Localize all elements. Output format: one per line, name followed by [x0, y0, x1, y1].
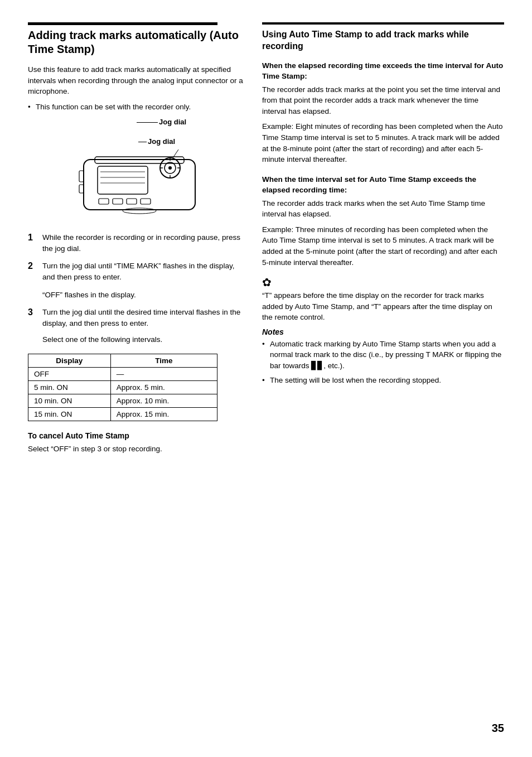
step-1-number: 1: [28, 232, 38, 244]
table-cell-1-1: Approx. 5 min.: [110, 381, 217, 394]
step-1: 1 While the recorder is recording or in …: [28, 232, 245, 254]
section-title-left: Adding track marks automatically (Auto T…: [28, 28, 245, 56]
svg-rect-0: [84, 160, 195, 210]
intervals-label: Select one of the following intervals.: [42, 335, 162, 344]
top-rule: [28, 22, 217, 25]
block2-body: The recorder adds track marks when the s…: [262, 198, 504, 220]
step-1-text: While the recorder is recording or in re…: [42, 232, 245, 254]
table-cell-0-0: OFF: [28, 368, 111, 381]
cancel-text: Select “OFF” in step 3 or stop recording…: [28, 443, 245, 455]
tip-text: “T” appears before the time display on t…: [262, 290, 504, 323]
svg-rect-15: [113, 199, 123, 204]
jog-dial-area: Jog dial Jog dial: [33, 118, 245, 221]
block1-example: Example: Eight minutes of recording has …: [262, 121, 504, 165]
svg-point-8: [168, 166, 172, 170]
svg-rect-19: [79, 171, 84, 182]
table-row: OFF—: [28, 368, 217, 381]
block1-heading: When the elapsed recording time exceeds …: [262, 60, 504, 82]
table-cell-3-0: 15 min. ON: [28, 408, 111, 421]
table-header-display: Display: [28, 354, 111, 368]
step-3: 3 Turn the jog dial until the desired ti…: [28, 307, 245, 347]
right-rule: [262, 22, 504, 25]
svg-rect-17: [141, 199, 151, 204]
note-item-0: Automatic track marking by Auto Time Sta…: [262, 339, 504, 372]
block1-body: The recorder adds track marks at the poi…: [262, 84, 504, 117]
table-row: 15 min. ONApprox. 15 min.: [28, 408, 217, 421]
step-3-number: 3: [28, 307, 38, 329]
page-number: 35: [492, 722, 504, 735]
bullet-note: This function can be set with the record…: [28, 102, 245, 113]
recorder-illustration: [67, 137, 212, 221]
block2-heading: When the time interval set for Auto Time…: [262, 174, 504, 196]
notes-title: Notes: [262, 327, 504, 336]
svg-rect-16: [127, 199, 137, 204]
svg-point-18: [123, 208, 156, 214]
table-row: 5 min. ONApprox. 5 min.: [28, 381, 217, 394]
table-cell-3-1: Approx. 15 min.: [110, 408, 217, 421]
cancel-title: To cancel Auto Time Stamp: [28, 431, 245, 440]
table-cell-1-0: 5 min. ON: [28, 381, 111, 394]
intro-text: Use this feature to add track marks auto…: [28, 64, 245, 97]
jog-dial-label-text: Jog dial: [148, 137, 175, 146]
jog-dial-label: Jog dial: [159, 118, 186, 126]
intervals-table: Display Time OFF—5 min. ONApprox. 5 min.…: [28, 354, 217, 421]
table-cell-2-1: Approx. 10 min.: [110, 394, 217, 408]
note-item-1: The setting will be lost when the record…: [262, 375, 504, 386]
table-cell-0-1: —: [110, 368, 217, 381]
notes-list: Automatic track marking by Auto Time Sta…: [262, 339, 504, 385]
table-cell-2-0: 10 min. ON: [28, 394, 111, 408]
svg-rect-14: [99, 199, 109, 204]
section-title-right: Using Auto Time Stamp to add track marks…: [262, 29, 504, 52]
step-2-text: Turn the jog dial until “TIME MARK” flas…: [42, 261, 245, 282]
step-2-number: 2: [28, 261, 38, 282]
table-header-time: Time: [110, 354, 217, 368]
svg-rect-20: [79, 185, 84, 193]
step-2-sub: “OFF” flashes in the display.: [42, 290, 136, 301]
block2-example: Example: Three minutes of recording has …: [262, 224, 504, 268]
step-2: 2 Turn the jog dial until “TIME MARK” fl…: [28, 261, 245, 300]
svg-rect-2: [98, 166, 148, 194]
tip-icon: ✿: [262, 276, 504, 289]
step-3-text: Turn the jog dial until the desired time…: [42, 307, 245, 329]
table-row: 10 min. ONApprox. 10 min.: [28, 394, 217, 408]
